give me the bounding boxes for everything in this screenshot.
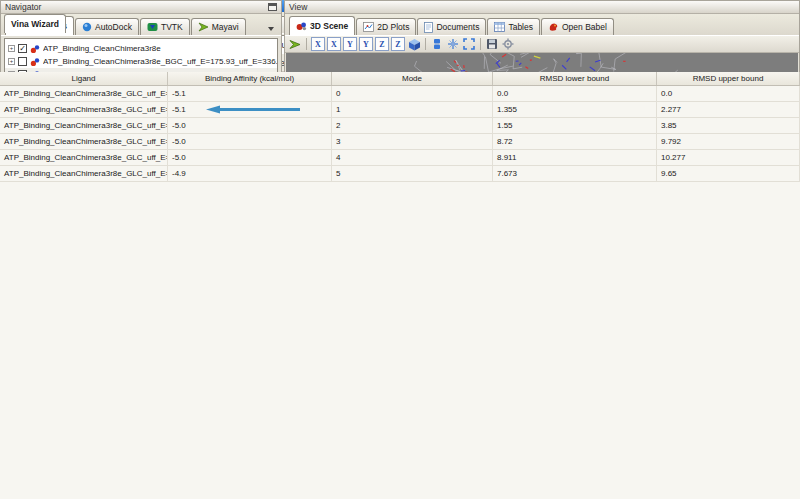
- table-row[interactable]: ATP_Binding_CleanChimera3r8e_GLC_uff_E=3…: [0, 86, 800, 102]
- table-row-highlighted[interactable]: ATP_Binding_CleanChimera3r8e_GLC_uff_E=3…: [0, 102, 800, 118]
- documents-icon: [424, 22, 433, 33]
- results-table: Ligand Binding Affinity (kcal/mol) Mode …: [0, 72, 800, 499]
- tab-open-babel[interactable]: Open Babel: [541, 18, 614, 35]
- float-panel-icon[interactable]: [268, 3, 277, 11]
- checkbox[interactable]: [18, 57, 27, 66]
- tab-autodock[interactable]: AutoDock: [75, 18, 139, 35]
- table-row[interactable]: ATP_Binding_CleanChimera3r8e_GLC_uff_E=3…: [0, 134, 800, 150]
- molecule-label: ATP_Binding_CleanChimera3r8e_BGC_uff_E=1…: [43, 57, 277, 66]
- mayavi-pipeline-icon[interactable]: [288, 37, 302, 51]
- view-tabbar: 3D Scene 2D Plots Documents Tables Open …: [285, 14, 799, 36]
- tab-tvtk[interactable]: TVTK: [140, 18, 190, 35]
- autodock-icon: [82, 22, 92, 32]
- table-row[interactable]: ATP_Binding_CleanChimera3r8e_GLC_uff_E=3…: [0, 166, 800, 182]
- navigator-title: Navigator: [5, 1, 41, 13]
- view-x-plus-button[interactable]: X: [327, 37, 341, 51]
- column-header-mode[interactable]: Mode: [332, 72, 493, 85]
- molecule-label: ATP_Binding_CleanChimera3r8e: [43, 44, 161, 53]
- 2d-plots-icon: [363, 22, 374, 32]
- open-babel-icon: [548, 22, 559, 32]
- scene-toolbar: X X Y Y Z Z: [285, 36, 799, 53]
- tab-3d-scene[interactable]: 3D Scene: [289, 16, 355, 35]
- view-y-plus-button[interactable]: Y: [359, 37, 373, 51]
- parallel-projection-icon[interactable]: [430, 37, 444, 51]
- tree-item[interactable]: + ATP_Binding_CleanChimera3r8e_BGC_uff_E…: [5, 55, 277, 68]
- tab-2d-plots[interactable]: 2D Plots: [356, 18, 416, 35]
- molecule-icon: [30, 57, 40, 67]
- column-header-affinity[interactable]: Binding Affinity (kcal/mol): [168, 72, 332, 85]
- axes-indicator-icon[interactable]: [446, 37, 460, 51]
- navigator-titlebar: Navigator: [1, 1, 281, 14]
- expander-icon[interactable]: +: [8, 58, 15, 65]
- tab-vina-wizard[interactable]: Vina Wizard: [4, 14, 66, 33]
- view-title: View: [289, 1, 307, 13]
- checkbox[interactable]: ✓: [18, 44, 27, 53]
- pyrx-window: Navigator Molecules AutoDock TVTK Mayavi: [0, 0, 800, 499]
- molecule-icon: [30, 44, 40, 54]
- tab-documents[interactable]: Documents: [417, 18, 486, 35]
- tables-icon: [494, 22, 505, 32]
- column-header-rmsd-upper[interactable]: RMSD upper bound: [657, 72, 800, 85]
- view-z-minus-button[interactable]: Z: [375, 37, 389, 51]
- fullscreen-icon[interactable]: [462, 37, 476, 51]
- table-row[interactable]: ATP_Binding_CleanChimera3r8e_GLC_uff_E=3…: [0, 150, 800, 166]
- view-y-minus-button[interactable]: Y: [343, 37, 357, 51]
- results-table-header: Ligand Binding Affinity (kcal/mol) Mode …: [0, 72, 800, 86]
- view-titlebar: View: [285, 1, 799, 14]
- tab-tables[interactable]: Tables: [487, 18, 540, 35]
- view-x-minus-button[interactable]: X: [311, 37, 325, 51]
- tab-mayavi[interactable]: Mayavi: [191, 18, 246, 35]
- table-row[interactable]: ATP_Binding_CleanChimera3r8e_GLC_uff_E=3…: [0, 118, 800, 134]
- 3d-scene-icon: [296, 21, 307, 31]
- column-header-rmsd-lower[interactable]: RMSD lower bound: [493, 72, 657, 85]
- isometric-view-icon[interactable]: [407, 37, 421, 51]
- tab-overflow-button[interactable]: [264, 22, 277, 35]
- column-header-ligand[interactable]: Ligand: [0, 72, 168, 85]
- configure-scene-icon[interactable]: [501, 37, 515, 51]
- save-scene-icon[interactable]: [485, 37, 499, 51]
- best-pose-arrow-annotation: [206, 105, 302, 114]
- mayavi-icon: [198, 22, 209, 32]
- tvtk-icon: [147, 22, 158, 32]
- expander-icon[interactable]: +: [8, 45, 15, 52]
- tree-item[interactable]: + ✓ ATP_Binding_CleanChimera3r8e: [5, 42, 277, 55]
- view-z-plus-button[interactable]: Z: [391, 37, 405, 51]
